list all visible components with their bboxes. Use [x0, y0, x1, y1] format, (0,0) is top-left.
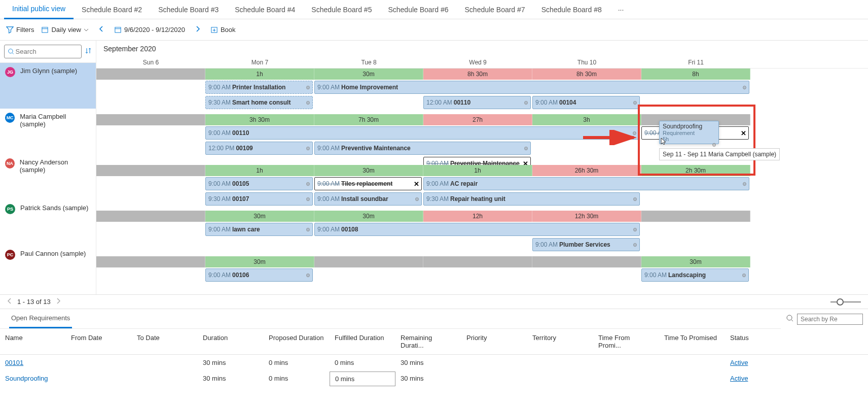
- tab-board-3[interactable]: Schedule Board #3: [150, 1, 227, 19]
- prev-week-button[interactable]: [96, 25, 107, 34]
- column-header[interactable]: Fulfilled Duration: [330, 331, 395, 352]
- status-link[interactable]: Active: [730, 359, 748, 366]
- utilization-cell: 3h 30m: [205, 114, 314, 125]
- column-header[interactable]: Status: [725, 331, 776, 352]
- filters-button[interactable]: Filters: [6, 26, 34, 33]
- booking[interactable]: 9:00 AM 00108⚙: [314, 223, 640, 236]
- booking[interactable]: 9:00 AM Preventive Maintenance⚙: [314, 142, 531, 155]
- next-week-button[interactable]: [192, 25, 203, 34]
- resource-row[interactable]: PCPaul Cannon (sample): [0, 246, 96, 291]
- zoom-slider[interactable]: [830, 301, 861, 302]
- booking[interactable]: 9:00 AM Install soundbar⚙: [314, 192, 422, 206]
- column-header[interactable]: Remaining Durati...: [395, 331, 461, 352]
- board-tabs: Initial public view Schedule Board #2 Sc…: [0, 0, 868, 19]
- grid-row[interactable]: 0010130 mins0 mins0 mins30 minsActive: [0, 355, 868, 370]
- booking[interactable]: 9:30 AM 00107⚙: [205, 192, 313, 206]
- close-icon: ✕: [414, 180, 419, 188]
- filter-icon: [6, 26, 14, 33]
- tab-board-5[interactable]: Schedule Board #5: [303, 1, 380, 19]
- tab-board-4[interactable]: Schedule Board #4: [227, 1, 303, 19]
- booking[interactable]: 12:00 PM 00109⚙: [205, 142, 313, 155]
- tab-board-8[interactable]: Schedule Board #8: [533, 1, 610, 19]
- tab-board-2[interactable]: Schedule Board #2: [74, 1, 150, 19]
- svg-point-10: [787, 315, 792, 320]
- date-range-label: 9/6/2020 - 9/12/2020: [124, 26, 185, 33]
- view-label: Daily view: [51, 26, 81, 33]
- gear-icon: ⚙: [415, 196, 419, 202]
- schedule-board[interactable]: September 2020 Sun 6Mon 7Tue 8Wed 9Thu 1…: [96, 41, 868, 294]
- requirement-link[interactable]: Soundproofing: [5, 375, 48, 382]
- booking[interactable]: 9:30 AM Smart home consult⚙: [205, 96, 313, 109]
- sort-button[interactable]: [85, 47, 92, 56]
- column-header[interactable]: Proposed Duration: [264, 331, 330, 352]
- booking[interactable]: 9:00 AM lawn care⚙: [205, 223, 313, 236]
- search-icon: [8, 48, 15, 55]
- resource-name: Nancy Anderson (sample): [20, 158, 91, 174]
- utilization-cell: 2h 30m: [641, 165, 750, 176]
- sort-icon: [85, 47, 92, 54]
- booking[interactable]: 9:00 AM 00105⚙: [205, 177, 313, 190]
- date-range-picker[interactable]: 9/6/2020 - 9/12/2020: [114, 26, 185, 33]
- svg-line-11: [791, 320, 793, 321]
- booking[interactable]: 9:00 AM Printer Installation⚙: [205, 81, 313, 94]
- utilization-cell: 30m: [641, 256, 750, 267]
- booking[interactable]: 9:00 AM 00106⚙: [205, 268, 313, 282]
- booking[interactable]: 9:30 AM Repair heating unit⚙: [423, 192, 640, 206]
- view-select[interactable]: Daily view: [41, 26, 89, 33]
- day-header: Tue 8: [314, 57, 423, 68]
- search-box[interactable]: [4, 45, 82, 58]
- column-header[interactable]: Time To Promised: [659, 331, 725, 352]
- booking[interactable]: 9:00 AM AC repair⚙: [423, 177, 749, 190]
- tab-initial[interactable]: Initial public view: [4, 0, 74, 19]
- resource-row[interactable]: MCMaria Campbell (sample): [0, 109, 96, 154]
- utilization-cell: [641, 211, 750, 222]
- booking[interactable]: 9:00 AM Tiles replacement✕: [314, 177, 422, 190]
- drag-sub: Requirement: [663, 130, 715, 136]
- column-header[interactable]: From Date: [66, 331, 132, 352]
- day-header: Mon 7: [205, 57, 314, 68]
- gear-icon: ⚙: [306, 100, 310, 106]
- chevron-down-icon: [84, 27, 89, 32]
- panel-tab-open-req[interactable]: Open Requirements: [9, 309, 72, 328]
- pager-prev[interactable]: [7, 298, 12, 306]
- booking[interactable]: 9:00 AM Plumber Services⚙: [532, 238, 640, 251]
- month-header: September 2020: [96, 41, 868, 57]
- tab-overflow[interactable]: ···: [610, 1, 632, 19]
- resource-row[interactable]: PSPatrick Sands (sample): [0, 200, 96, 246]
- booking[interactable]: 9:00 AM 00104⚙: [532, 96, 640, 109]
- book-button[interactable]: Book: [210, 26, 236, 33]
- column-header[interactable]: To Date: [132, 331, 198, 352]
- drag-tooltip: Sep 11 - Sep 11 Maria Campbell (sample): [659, 148, 780, 160]
- grid-search-button[interactable]: [786, 314, 794, 324]
- calendar-icon: [114, 26, 122, 33]
- gear-icon: ⚙: [306, 146, 310, 151]
- column-header[interactable]: Priority: [461, 331, 527, 352]
- resource-row[interactable]: JGJim Glynn (sample): [0, 63, 96, 109]
- search-input[interactable]: [15, 47, 79, 56]
- cursor-icon: [661, 138, 667, 145]
- utilization-cell: 8h 30m: [532, 69, 641, 80]
- svg-point-7: [9, 49, 13, 53]
- column-header[interactable]: Territory: [527, 331, 593, 352]
- utilization-cell: 3h: [532, 114, 641, 125]
- status-link[interactable]: Active: [730, 375, 748, 382]
- column-header[interactable]: Duration: [198, 331, 264, 352]
- booking[interactable]: 9:00 AM Home Improvement⚙: [314, 81, 749, 94]
- toolbar: Filters Daily view 9/6/2020 - 9/12/2020 …: [0, 19, 868, 41]
- utilization-cell: [96, 165, 205, 176]
- pager-next[interactable]: [56, 298, 61, 306]
- resource-row[interactable]: NANancy Anderson (sample): [0, 154, 96, 200]
- resource-name: Jim Glynn (sample): [20, 67, 77, 75]
- grid-search-input[interactable]: [797, 314, 863, 325]
- booking[interactable]: 9:00 AM Landscaping⚙: [641, 268, 749, 282]
- booking[interactable]: 9:00 AM 00110⚙: [205, 126, 639, 140]
- column-header[interactable]: Name: [0, 331, 66, 352]
- requirement-link[interactable]: 00101: [5, 359, 23, 366]
- tab-board-7[interactable]: Schedule Board #7: [457, 1, 533, 19]
- grid-row[interactable]: Soundproofing30 mins0 mins0 mins30 minsA…: [0, 370, 868, 387]
- drag-preview[interactable]: Soundproofing Requirement 5h ⚙: [659, 121, 719, 144]
- gear-icon: ⚙: [742, 181, 747, 187]
- tab-board-6[interactable]: Schedule Board #6: [380, 1, 456, 19]
- column-header[interactable]: Time From Promi...: [593, 331, 659, 352]
- booking[interactable]: 12:00 AM 00110⚙: [423, 96, 531, 109]
